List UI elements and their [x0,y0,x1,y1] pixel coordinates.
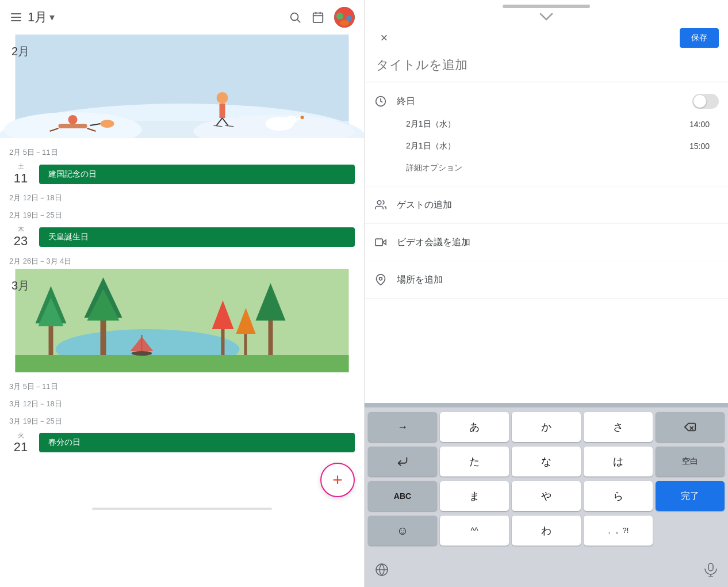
calendar-content: 2月 2月 5日－11日 土 11 建国記念の日 2月 12日－18日 2月 1… [0,35,364,510]
drag-handle[interactable] [503,5,590,8]
title-section [365,53,728,82]
key-backspace[interactable] [656,412,725,442]
keyboard-top-bar [365,403,728,407]
february-week-3: 2月 19日－25日 木 23 天皇誕生日 [0,205,364,251]
key-wa[interactable]: わ [512,516,581,546]
close-button[interactable]: × [374,28,394,48]
day-number: 21 [14,440,28,455]
guests-label: ゲストの追加 [397,199,719,211]
february-week-1: 2月 5日－11日 土 11 建国記念の日 [0,143,364,188]
form-body: 終日 2月1日（水） 14:00 2月1日（水） 15:00 詳細オプション [365,82,728,403]
video-section: ビデオ会議を追加 [365,224,728,261]
week-range: 2月 12日－18日 [0,188,364,205]
japanese-keyboard: → あ か さ た [365,403,728,587]
key-a[interactable]: あ [440,412,509,442]
day-number: 11 [14,171,28,186]
menu-icon[interactable] [9,10,23,24]
save-button[interactable]: 保存 [680,28,719,48]
all-day-section: 終日 2月1日（水） 14:00 2月1日（水） 15:00 詳細オプション [365,82,728,186]
new-event-panel: × 保存 終日 2月1日（水） 14:00 [364,0,728,587]
header-actions [288,7,355,28]
event-pill[interactable]: 春分の日 [39,433,355,452]
key-punctuation[interactable]: 、。?! [584,516,653,546]
svg-point-0 [291,13,298,21]
svg-rect-33 [16,355,349,372]
end-time: 15:00 [689,142,710,151]
avatar[interactable] [334,7,355,28]
guests-section: ゲストの追加 [365,186,728,224]
march-week-2: 3月 12日－18日 [0,394,364,411]
svg-marker-51 [382,240,386,245]
keyboard-row-4: ☺ ^^ わ 、。?! [367,516,726,546]
key-done[interactable]: 完了 [656,481,725,511]
svg-point-24 [301,116,304,119]
fab-container: + [320,463,355,497]
day-of-week: 木 [18,225,24,234]
svg-point-50 [377,201,381,205]
home-indicator [92,508,272,510]
video-icon [374,235,388,249]
event-pill[interactable]: 天皇誕生日 [39,227,355,247]
day-of-week: 土 [18,162,24,171]
day-number: 23 [14,234,28,249]
key-ha[interactable]: は [584,447,653,477]
key-ta[interactable]: た [440,447,509,477]
search-icon[interactable] [288,10,302,24]
end-datetime-row[interactable]: 2月1日（水） 15:00 [374,135,719,157]
keyboard-row-3: ABC ま や ら 完了 [367,481,726,511]
keyboard-row-1: → あ か さ [367,412,726,442]
february-label: 2月 [12,44,29,59]
february-week-4: 2月 26日－3月 4日 [0,251,364,269]
key-return[interactable] [368,447,437,477]
key-arrow[interactable]: → [368,412,437,442]
calendar-icon[interactable] [311,10,325,24]
svg-point-22 [286,116,297,124]
location-row[interactable]: 場所を追加 [374,268,719,291]
march-week-1: 3月 5日－11日 [0,377,364,394]
march-header: 3月 [0,269,364,372]
key-sa[interactable]: さ [584,412,653,442]
add-icon: + [332,471,343,489]
guests-row[interactable]: ゲストの追加 [374,193,719,216]
key-dakuten[interactable]: ^^ [440,516,509,546]
guests-icon [374,198,388,212]
toggle-thumb [693,95,706,108]
svg-point-9 [340,20,349,26]
all-day-label: 終日 [397,96,683,108]
keyboard-rows: → あ か さ た [365,407,728,555]
svg-rect-44 [244,331,247,355]
more-options-link[interactable]: 詳細オプション [374,157,719,179]
week-range: 3月 12日－18日 [0,394,364,411]
all-day-toggle[interactable] [692,94,719,109]
event-row: 木 23 天皇誕生日 [0,223,364,251]
microphone-icon[interactable] [698,557,723,582]
keyboard-bottom-bar [365,555,728,587]
clock-icon [374,94,388,108]
location-section: 場所を追加 [365,261,728,299]
svg-rect-42 [221,326,225,355]
svg-point-25 [68,115,78,124]
svg-point-7 [336,13,343,20]
week-range: 3月 5日－11日 [0,377,364,394]
key-na[interactable]: な [512,447,581,477]
day-label: 土 11 [9,162,32,186]
key-ma[interactable]: ま [440,481,509,511]
key-ya[interactable]: や [512,481,581,511]
svg-point-29 [101,120,114,128]
key-space[interactable]: 空白 [656,447,725,477]
globe-icon[interactable] [369,557,394,582]
video-row[interactable]: ビデオ会議を追加 [374,231,719,254]
key-abc[interactable]: ABC [368,481,437,511]
key-ra[interactable]: ら [584,481,653,511]
current-month: 1月 [28,9,47,26]
title-input[interactable] [376,58,716,73]
key-emoji[interactable]: ☺ [368,516,437,546]
month-selector[interactable]: 1月 ▾ [28,9,283,26]
collapse-chevron[interactable] [365,10,728,23]
keyboard-row-2: た な は 空白 [367,447,726,477]
event-pill[interactable]: 建国記念の日 [39,165,355,184]
key-ka[interactable]: か [512,412,581,442]
start-datetime-row[interactable]: 2月1日（水） 14:00 [374,113,719,135]
february-header: 2月 [0,35,364,138]
add-event-button[interactable]: + [320,463,355,497]
